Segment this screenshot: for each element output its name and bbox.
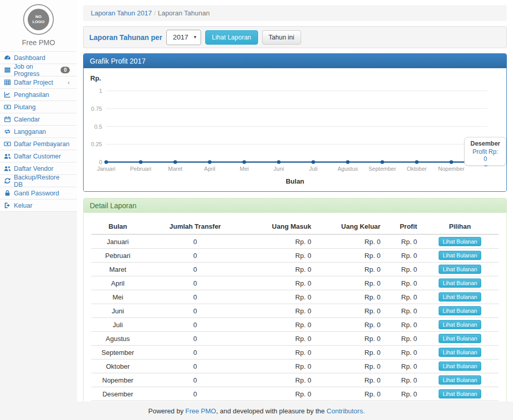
sidebar-item-label: Daftar Vendor <box>14 165 53 172</box>
sidebar-item-daftar-customer[interactable]: Daftar Customer <box>0 150 77 162</box>
this-year-button[interactable]: Tahun ini <box>262 30 301 45</box>
sidebar-item-label: Dashboard <box>14 54 45 62</box>
view-monthly-button[interactable]: Lihat Bulanan <box>439 334 481 343</box>
breadcrumb-current: Laporan Tahunan <box>158 9 210 17</box>
cell: 0 <box>144 373 246 387</box>
column-header-uang-keluar: Uang Keluar <box>315 219 385 234</box>
sidebar-item-ganti-password[interactable]: Ganti Password <box>0 187 77 199</box>
sidebar-item-calendar[interactable]: Calendar <box>0 113 77 125</box>
cell: Rp. 0 <box>315 318 385 332</box>
cell: Rp. 0 <box>246 234 315 249</box>
view-monthly-button[interactable]: Lihat Bulanan <box>439 375 481 385</box>
sidebar-item-penghasilan[interactable]: Penghasilan <box>0 88 77 101</box>
footer-brand-link[interactable]: Free PMO <box>185 407 216 415</box>
monthly-report-table: BulanJumlah TransferUang MasukUang Kelua… <box>91 219 499 413</box>
action-cell: Lihat Bulanan <box>421 318 499 332</box>
view-monthly-button[interactable]: Lihat Bulanan <box>439 292 481 302</box>
sidebar-item-keluar[interactable]: Keluar <box>0 199 77 211</box>
report-filter-bar: Laporan Tahunan per 2017 ▼ Lihat Laporan… <box>83 26 507 48</box>
table-row: Nopember0Rp. 0Rp. 0Rp. 0Lihat Bulanan <box>91 373 499 387</box>
cell: Juni <box>91 304 144 318</box>
table-row: Juli0Rp. 0Rp. 0Rp. 0Lihat Bulanan <box>91 318 499 332</box>
action-cell: Lihat Bulanan <box>421 332 499 346</box>
sidebar-item-daftar-project[interactable]: Daftar Project‹ <box>0 76 77 88</box>
sidebar-item-dashboard[interactable]: Dashboard <box>0 51 77 64</box>
page-footer: Powered by Free PMO, and developed with … <box>0 402 513 420</box>
view-monthly-button[interactable]: Lihat Bulanan <box>439 278 481 288</box>
users-icon <box>4 165 11 172</box>
calendar-icon <box>4 115 11 123</box>
cell: Rp. 0 <box>246 318 315 332</box>
view-monthly-button[interactable]: Lihat Bulanan <box>439 251 481 260</box>
tasks-icon <box>4 66 11 74</box>
table-row: Januari0Rp. 0Rp. 0Rp. 0Lihat Bulanan <box>91 234 499 249</box>
app-root: NOLOGO Free PMO DashboardJob on Progress… <box>0 0 513 420</box>
sidebar-item-label: Ganti Password <box>14 190 59 197</box>
cell: Rp. 0 <box>385 290 421 304</box>
action-cell: Lihat Bulanan <box>421 373 499 387</box>
year-select[interactable]: 2017 ▼ <box>166 30 201 45</box>
cell: Rp. 0 <box>246 290 315 304</box>
table-row: Juni0Rp. 0Rp. 0Rp. 0Lihat Bulanan <box>91 304 499 318</box>
dashboard-icon <box>4 54 11 62</box>
action-cell: Lihat Bulanan <box>421 263 499 276</box>
table-row: Oktober0Rp. 0Rp. 0Rp. 0Lihat Bulanan <box>91 359 499 373</box>
view-monthly-button[interactable]: Lihat Bulanan <box>439 348 481 357</box>
sidebar-item-label: Langganan <box>14 128 46 135</box>
line-chart-icon <box>4 91 11 98</box>
cell: Rp. 0 <box>385 276 421 290</box>
sidebar-item-piutang[interactable]: Piutang <box>0 101 77 113</box>
sidebar-item-job-on-progress[interactable]: Job on Progress0 <box>0 64 77 76</box>
svg-text:April: April <box>204 166 215 172</box>
action-cell: Lihat Bulanan <box>421 304 499 318</box>
breadcrumb-link-laporan-tahun[interactable]: Laporan Tahun 2017 <box>91 9 152 17</box>
svg-text:Mei: Mei <box>240 166 249 172</box>
cell: Rp. 0 <box>315 359 385 373</box>
content-area: Laporan Tahun 2017/Laporan Tahunan Lapor… <box>77 0 513 402</box>
view-monthly-button[interactable]: Lihat Bulanan <box>439 362 481 371</box>
cell: Rp. 0 <box>246 346 315 359</box>
chart-tooltip-title: Desember <box>470 140 501 147</box>
cell: 0 <box>144 387 246 401</box>
cell: Rp. 0 <box>246 373 315 387</box>
view-monthly-button[interactable]: Lihat Bulanan <box>439 320 481 329</box>
svg-text:Juni: Juni <box>273 166 284 172</box>
sidebar-item-daftar-vendor[interactable]: Daftar Vendor <box>0 162 77 174</box>
cell: 0 <box>144 318 246 332</box>
sidebar-item-label: Piutang <box>14 104 35 111</box>
view-monthly-button[interactable]: Lihat Bulanan <box>439 389 481 398</box>
cell: Rp. 0 <box>385 263 421 276</box>
cell: Rp. 0 <box>385 234 421 249</box>
table-row: Pebruari0Rp. 0Rp. 0Rp. 0Lihat Bulanan <box>91 249 499 263</box>
sidebar-item-backup-restore-db[interactable]: Backup/Restore DB <box>0 174 77 187</box>
column-header-uang-masuk: Uang Masuk <box>246 219 315 234</box>
cell: Rp. 0 <box>246 249 315 263</box>
sidebar: NOLOGO Free PMO DashboardJob on Progress… <box>0 0 77 402</box>
cell: Rp. 0 <box>315 304 385 318</box>
cell: Rp. 0 <box>315 234 385 249</box>
cell: 0 <box>144 359 246 373</box>
cell: Nopember <box>91 373 144 387</box>
svg-text:Pebruari: Pebruari <box>130 166 151 172</box>
view-report-button[interactable]: Lihat Laporan <box>205 30 258 45</box>
footer-text-prefix: Powered by <box>148 407 185 415</box>
sidebar-item-label: Keluar <box>14 202 32 209</box>
cell: Rp. 0 <box>315 249 385 263</box>
brand-name: Free PMO <box>0 35 77 51</box>
action-cell: Lihat Bulanan <box>421 276 499 290</box>
cell: Rp. 0 <box>246 304 315 318</box>
cell: Juli <box>91 318 144 332</box>
cell: 0 <box>144 332 246 346</box>
cell: Mei <box>91 290 144 304</box>
svg-text:Agustus: Agustus <box>338 166 358 172</box>
view-monthly-button[interactable]: Lihat Bulanan <box>439 306 481 315</box>
sidebar-item-daftar-pembayaran[interactable]: Daftar Pembayaran <box>0 137 77 150</box>
chart-tooltip: Desember Profit Rp: 0 <box>464 137 506 166</box>
sidebar-item-langganan[interactable]: Langganan <box>0 125 77 137</box>
sidebar-item-label: Daftar Customer <box>14 153 61 160</box>
refresh-icon <box>4 177 11 185</box>
footer-contributors-link[interactable]: Contributors. <box>327 407 365 415</box>
view-monthly-button[interactable]: Lihat Bulanan <box>439 237 481 246</box>
view-monthly-button[interactable]: Lihat Bulanan <box>439 265 481 274</box>
money-icon <box>4 140 11 148</box>
